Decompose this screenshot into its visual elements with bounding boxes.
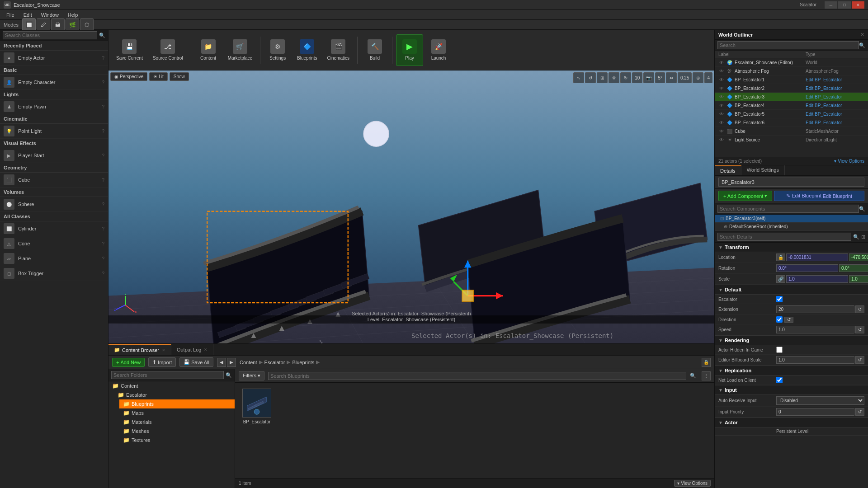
lit-btn[interactable]: ☀ Lit (149, 72, 168, 81)
place-item-sphere[interactable]: ⚪ Sphere ? (0, 197, 108, 212)
direction-checkbox[interactable] (776, 316, 783, 323)
wo-item-esc4[interactable]: 👁 🔷 BP_Escalator4 Edit BP_Escalator (715, 101, 868, 110)
blueprints-button[interactable]: 🔷 Blueprints (293, 34, 321, 66)
info-btn-plane[interactable]: ? (102, 256, 104, 261)
wo-item-fog[interactable]: 👁 🌫 Atmospheric Fog AtmosphericFog (715, 67, 868, 75)
escalator-checkbox[interactable] (776, 296, 783, 302)
wo-view-options-btn[interactable]: ▾ View Options (834, 159, 864, 164)
place-item-empty-pawn[interactable]: ♟ Empty Pawn ? (0, 99, 108, 114)
vp-camera-btn[interactable]: 📷 (643, 72, 654, 83)
info-btn-empty-character[interactable]: ? (102, 80, 104, 85)
close-button[interactable]: ✕ (852, 1, 864, 9)
content-button[interactable]: 📁 Content (195, 34, 222, 66)
category-cinematic[interactable]: Cinematic (0, 114, 108, 124)
wo-item-esc3[interactable]: 👁 🔷 BP_Escalator3 Edit BP_Escalator (715, 93, 868, 101)
paint-mode-btn[interactable]: 🖊 (37, 18, 50, 32)
vp-layers-btn[interactable]: ⊕ (693, 72, 703, 83)
place-item-cylinder[interactable]: ⬜ Cylinder ? (0, 221, 108, 236)
wo-item-esc5[interactable]: 👁 🔷 BP_Escalator5 Edit BP_Escalator (715, 110, 868, 118)
wo-link-esc3[interactable]: Edit BP_Escalator (806, 94, 864, 99)
billboard-scale-reset-btn[interactable]: ↺ (855, 356, 864, 364)
wo-item-esc1[interactable]: 👁 🔷 BP_Escalator1 Edit BP_Escalator (715, 75, 868, 84)
place-item-empty-actor[interactable]: ● Empty Actor ? (0, 51, 108, 66)
vp-stat1-btn[interactable]: 10 (632, 72, 642, 83)
vp-stat2-btn[interactable]: 5° (655, 72, 665, 83)
folder-materials[interactable]: 📁 Materials (119, 418, 235, 427)
save-current-button[interactable]: 💾 Save Current (112, 34, 147, 66)
landscape-mode-btn[interactable]: 🏔 (51, 18, 65, 32)
perspective-btn[interactable]: ◉ Perspective (110, 72, 147, 81)
speed-input[interactable] (776, 326, 854, 333)
info-btn-cylinder[interactable]: ? (102, 226, 104, 231)
cinematics-button[interactable]: 🎬 Cinematics (323, 34, 354, 66)
info-btn-sphere[interactable]: ? (102, 202, 104, 207)
info-btn-box-trigger[interactable]: ? (102, 271, 104, 276)
geometry-mode-btn[interactable]: ⬡ (80, 18, 94, 32)
wo-item-light[interactable]: 👁 ☀ Light Source DirectionalLight (715, 136, 868, 144)
place-item-cube[interactable]: ⬛ Cube ? (0, 173, 108, 188)
rotation-y-input[interactable] (839, 264, 868, 272)
category-volumes[interactable]: Volumes (0, 188, 108, 197)
menu-window[interactable]: Window (37, 11, 63, 19)
info-btn-cone[interactable]: ? (102, 241, 104, 246)
add-new-button[interactable]: + Add New (112, 358, 145, 367)
net-load-checkbox[interactable] (776, 377, 783, 383)
info-btn-point-light[interactable]: ? (102, 129, 104, 134)
asset-bp-escalator[interactable]: BP_Escalator (239, 386, 275, 427)
wo-link-esc2[interactable]: Edit BP_Escalator (806, 86, 864, 91)
maximize-button[interactable]: □ (838, 1, 851, 9)
input-priority-input[interactable] (776, 408, 854, 416)
info-btn-empty-pawn[interactable]: ? (102, 104, 104, 109)
place-item-player-start[interactable]: ▶ Player Start ? (0, 148, 108, 163)
info-btn-cube[interactable]: ? (102, 178, 104, 183)
wo-link-esc4[interactable]: Edit BP_Escalator (806, 103, 864, 108)
comp-search-input[interactable] (717, 205, 859, 213)
actor-header[interactable]: ▼ Actor (715, 418, 868, 427)
scale-y-input[interactable] (849, 275, 868, 283)
view-options-button[interactable]: ▾ View Options (674, 480, 711, 487)
menu-file[interactable]: File (2, 11, 19, 19)
location-y-input[interactable] (849, 253, 868, 261)
folder-escalator[interactable]: 📁 Escalator (114, 390, 235, 399)
place-item-cone[interactable]: △ Cone ? (0, 236, 108, 251)
cb-lock-button[interactable]: 🔒 (702, 358, 711, 367)
wo-item-cube[interactable]: 👁 ⬛ Cube StaticMeshActor (715, 127, 868, 136)
auto-receive-dropdown[interactable]: Disabled Player 0 Player 1 (776, 396, 864, 405)
foliage-mode-btn[interactable]: 🌿 (66, 18, 79, 32)
nav-forward-button[interactable]: ▶ (227, 358, 236, 367)
input-priority-reset-btn[interactable]: ↺ (855, 408, 864, 416)
launch-button[interactable]: 🚀 Launch (425, 34, 452, 66)
actor-name-input[interactable] (718, 178, 864, 187)
tab-content-browser[interactable]: 📁 Content Browser ✕ (108, 344, 171, 355)
filters-button[interactable]: Filters ▾ (239, 371, 264, 380)
wo-item-esc6[interactable]: 👁 🔷 BP_Escalator6 Edit BP_Escalator (715, 118, 868, 127)
view-settings-button[interactable]: ⋮ (702, 371, 711, 380)
save-all-button[interactable]: 💾 Save All (179, 357, 213, 367)
wo-link-esc5[interactable]: Edit BP_Escalator (806, 112, 864, 117)
details-view-btn[interactable]: ⊞ (861, 234, 865, 240)
comp-self[interactable]: ⊡ BP_Escalator3(self) (715, 215, 868, 223)
info-btn-empty-actor[interactable]: ? (102, 56, 104, 61)
show-btn[interactable]: Show (170, 72, 189, 81)
build-button[interactable]: 🔨 Build (361, 34, 388, 66)
output-log-close-icon[interactable]: ✕ (204, 347, 208, 352)
folder-textures[interactable]: 📁 Textures (119, 436, 235, 445)
place-mode-btn[interactable]: 🔲 (22, 18, 36, 32)
comp-scene-root[interactable]: ⊕ DefaultSceneRoot (Inherited) (715, 223, 868, 231)
tab-world-settings[interactable]: World Settings (741, 165, 785, 175)
folder-maps[interactable]: 📁 Maps (119, 408, 235, 418)
vp-stat3-btn[interactable]: 0.25 (678, 72, 692, 83)
details-search-input[interactable] (717, 233, 851, 241)
folder-blueprints[interactable]: 📁 Blueprints (119, 399, 235, 408)
transform-header[interactable]: ▼ Transform (715, 243, 868, 252)
extension-input[interactable] (776, 305, 854, 313)
category-basic[interactable]: Basic (0, 66, 108, 75)
place-item-box-trigger[interactable]: ◻ Box Trigger ? (0, 266, 108, 281)
location-lock-btn[interactable]: 🔒 (776, 253, 785, 261)
content-browser-close-icon[interactable]: ✕ (162, 348, 165, 352)
source-control-button[interactable]: ⎇ Source Control (149, 34, 187, 66)
breadcrumb-escalator[interactable]: Escalator (264, 360, 285, 365)
nav-back-button[interactable]: ◀ (217, 358, 226, 367)
billboard-scale-input[interactable] (776, 356, 854, 364)
tab-output-log[interactable]: Output Log ✕ (171, 344, 213, 355)
